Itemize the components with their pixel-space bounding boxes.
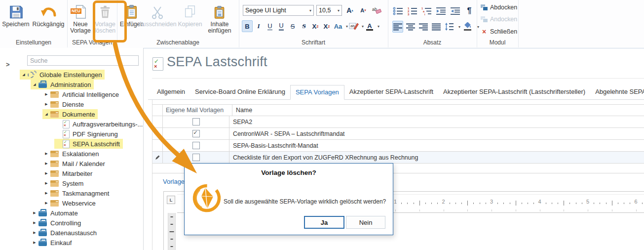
tab-allgemein[interactable]: Allgemein: [152, 85, 190, 99]
paste-special-button[interactable]: Inhalte einfügen: [205, 2, 234, 34]
tree-item-sepa-lastschrift[interactable]: ×SEPA Lastschrift: [54, 139, 123, 149]
font-color-button[interactable]: A: [364, 20, 375, 32]
tree-item-mail-kalender[interactable]: ▶Mail / Kalender: [42, 159, 108, 168]
grid-column-header-eigene-mail-vorlagen[interactable]: Eigene Mail Vorlagen: [163, 105, 232, 116]
expanded-expander-icon[interactable]: ◢: [42, 112, 50, 116]
template-name-cell[interactable]: SEPA2: [229, 119, 644, 125]
tree-item-webservice[interactable]: ▶Webservice: [42, 198, 99, 208]
line-spacing-button[interactable]: [444, 21, 455, 33]
collapsed-expander-icon[interactable]: ▶: [42, 102, 50, 106]
tree-item-automate[interactable]: ▶Automate: [31, 208, 81, 218]
tree-item-administration[interactable]: ◢Administration: [31, 80, 94, 89]
clear-formatting-button[interactable]: ab: [371, 4, 382, 16]
collapsed-expander-icon[interactable]: ▶: [31, 221, 38, 225]
tree-item-auftragsverarbeitungs[interactable]: ×Auftragsverarbeitungs-...: [54, 119, 143, 129]
tab-akzeptierter-sepa-lastschrift[interactable]: Akzeptierter SEPA-Lastschrift: [344, 85, 438, 99]
tree-item-dienste[interactable]: ▶Dienste: [42, 99, 87, 109]
collapsed-expander-icon[interactable]: ▶: [31, 241, 38, 245]
undock-button[interactable]: Abdocken: [481, 4, 517, 11]
tab-service-board-online-erklärung[interactable]: Service-Board Online Erklärung: [190, 85, 290, 99]
tree-item-controlling[interactable]: ▶Controlling: [31, 218, 84, 228]
chevron-right-icon[interactable]: >: [6, 61, 10, 68]
font-name-select[interactable]: Segoe UI Light▾: [243, 5, 314, 16]
checkbox-unchecked[interactable]: [192, 142, 200, 149]
chevron-down-icon[interactable]: ▾: [346, 24, 348, 29]
tab-akzeptierter-sepa-lastschrift-lastschriftersteller[interactable]: Akzeptierter SEPA-Lastschrift (Lastschri…: [438, 85, 590, 99]
tree-item-eskalationen[interactable]: ▶Eskalationen: [42, 149, 102, 159]
chevron-down-icon[interactable]: ▾: [458, 25, 460, 29]
cut-button[interactable]: Ausschneiden: [139, 2, 176, 28]
collapsed-expander-icon[interactable]: ▶: [42, 152, 50, 156]
template-name-cell[interactable]: CentronWAR - SEPA – Lastschriftmandat: [229, 130, 644, 137]
bold-button[interactable]: B: [242, 20, 253, 32]
numbered-list-button[interactable]: 123: [407, 5, 418, 17]
checkbox-checked[interactable]: [192, 130, 200, 137]
tree-item-mitarbeiter[interactable]: ▶Mitarbeiter: [42, 168, 95, 178]
collapsed-expander-icon[interactable]: ▶: [42, 201, 50, 205]
tab-sepa-vorlagen[interactable]: SEPA Vorlagen: [290, 85, 344, 100]
collapsed-expander-icon[interactable]: ▶: [42, 171, 50, 175]
expanded-expander-icon[interactable]: ◢: [31, 83, 38, 86]
checkbox-unchecked[interactable]: [192, 118, 200, 125]
template-name-cell[interactable]: Checkliste für den Export von ZUGFeRD XR…: [229, 154, 644, 161]
collapsed-expander-icon[interactable]: ▶: [31, 231, 38, 235]
tab-abgelehnte-sepa-lastschrift[interactable]: Abgelehnte SEPA-Lastschrift: [590, 85, 644, 99]
tab-stop-selector[interactable]: L: [167, 196, 175, 204]
pilcrow-button[interactable]: ¶: [464, 5, 475, 17]
double-underline-button[interactable]: U: [276, 20, 287, 32]
tree-item-system[interactable]: ▶System: [42, 178, 86, 188]
multilevel-list-button[interactable]: 1ai: [421, 5, 432, 17]
collapsed-expander-icon[interactable]: ▶: [42, 181, 50, 185]
chevron-down-icon[interactable]: ▾: [362, 24, 364, 29]
align-center-button[interactable]: [405, 21, 416, 33]
template-section-label[interactable]: Vorlage: [163, 178, 185, 185]
table-row-centronwar-sepa-lastschriftmandat[interactable]: CentronWAR - SEPA – Lastschriftmandat: [152, 128, 644, 140]
tree-item-artificial-intelligence[interactable]: ▶Artificial Intelligence: [42, 89, 122, 99]
shading-button[interactable]: [462, 21, 473, 33]
tree-item-pdf-signierung[interactable]: ×PDF Signierung: [54, 129, 121, 139]
copy-button[interactable]: Kopieren: [176, 2, 204, 28]
collapsed-expander-icon[interactable]: ▶: [42, 92, 50, 96]
bullet-list-button[interactable]: [392, 5, 404, 17]
font-size-select[interactable]: 10,5▾: [316, 5, 342, 16]
collapsed-expander-icon[interactable]: ▶: [42, 162, 50, 166]
double-strikethrough-button[interactable]: S: [299, 20, 309, 32]
justify-button[interactable]: [431, 21, 442, 33]
decrease-indent-button[interactable]: [435, 5, 447, 17]
grid-column-header-name[interactable]: Name: [232, 107, 644, 114]
close-module-button[interactable]: × Schließen: [481, 28, 517, 36]
align-right-button[interactable]: [418, 21, 429, 33]
new-template-button[interactable]: NEU Neue Vorlage: [68, 2, 93, 34]
collapsed-expander-icon[interactable]: ▶: [42, 191, 50, 195]
tree-item-dokumente[interactable]: ◢Dokumente: [42, 109, 98, 119]
table-row-sepa-basis-lastschrift-mandat[interactable]: SEPA-Basis-Lastschrift-Mandat: [152, 140, 644, 152]
no-button[interactable]: Nein: [346, 216, 385, 229]
text-highlight-button[interactable]: ab: [348, 20, 359, 32]
superscript-button[interactable]: X2: [310, 20, 321, 32]
change-case-button[interactable]: Aa: [333, 20, 343, 32]
underline-button[interactable]: U: [265, 20, 275, 32]
table-row-sepa2[interactable]: SEPA2: [152, 116, 644, 128]
tree-item-taskmanagment[interactable]: ▶Taskmanagment: [42, 188, 112, 198]
yes-button[interactable]: Ja: [304, 216, 344, 229]
checkbox-unchecked[interactable]: [192, 154, 200, 161]
template-name-cell[interactable]: SEPA-Basis-Lastschrift-Mandat: [229, 142, 644, 149]
tree-item-einkauf[interactable]: ▶Einkauf: [31, 238, 75, 248]
search-input[interactable]: [27, 55, 139, 66]
dock-button[interactable]: Andocken: [481, 16, 517, 23]
chevron-down-icon[interactable]: ▾: [378, 24, 379, 29]
save-button[interactable]: Speichern: [1, 2, 31, 28]
expanded-expander-icon[interactable]: ◢: [20, 73, 28, 77]
strikethrough-button[interactable]: S: [287, 20, 298, 32]
italic-button[interactable]: I: [253, 20, 264, 32]
tree-item-datenaustausch[interactable]: ▶Datenaustausch: [31, 228, 100, 238]
collapsed-expander-icon[interactable]: ▶: [31, 211, 38, 215]
tree-item-globale-einstellungen[interactable]: ◢Globale Einstellungen: [20, 70, 105, 80]
align-left-button[interactable]: [392, 21, 403, 33]
increase-indent-button[interactable]: [450, 5, 461, 17]
shrink-font-button[interactable]: A▾: [358, 4, 369, 16]
subscript-button[interactable]: X2: [321, 20, 332, 32]
grow-font-button[interactable]: A▴: [344, 4, 355, 16]
table-row-checkliste-für-den-export-von-zugferd-xrechnung-aus-rechnung[interactable]: Checkliste für den Export von ZUGFeRD XR…: [152, 152, 644, 164]
vertical-ruler[interactable]: [168, 213, 176, 250]
